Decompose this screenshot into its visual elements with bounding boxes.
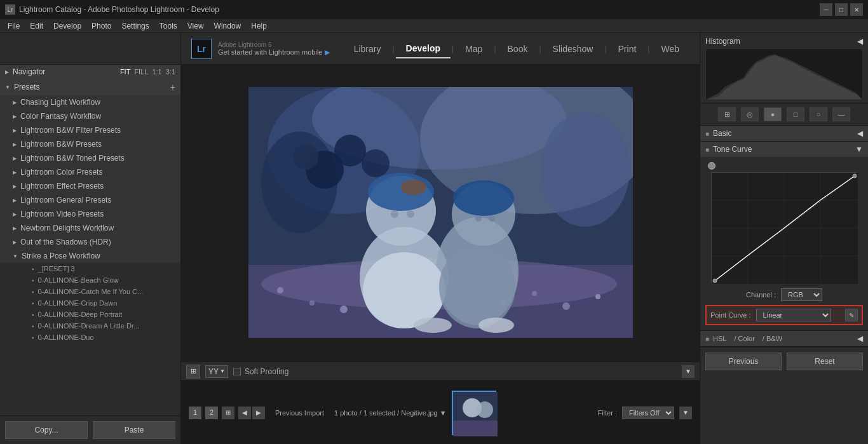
menu-edit[interactable]: Edit bbox=[25, 20, 48, 32]
menu-view[interactable]: View bbox=[182, 20, 209, 32]
curve-canvas-area[interactable] bbox=[711, 172, 857, 283]
preset-group-header-bw-filter[interactable]: ▶ Lightroom B&W Filter Presets bbox=[0, 123, 180, 137]
presets-add-icon[interactable]: + bbox=[170, 82, 175, 92]
point-curve-select[interactable]: Linear Medium Contrast Strong Contrast bbox=[756, 309, 831, 321]
preset-group-header-chasing-light[interactable]: ▶ Chasing Light Workflow bbox=[0, 95, 180, 109]
menu-settings[interactable]: Settings bbox=[116, 20, 154, 32]
filmstrip-page1[interactable]: 1 bbox=[189, 407, 201, 419]
right-tool-radial[interactable]: ○ bbox=[810, 107, 827, 121]
soft-proofing-check[interactable] bbox=[233, 368, 241, 375]
previous-button[interactable]: Previous bbox=[705, 353, 782, 370]
basic-header[interactable]: ■ Basic ◀ bbox=[700, 126, 868, 141]
filmstrip-thumbnail[interactable] bbox=[452, 391, 496, 435]
sort-control[interactable]: YY ▼ bbox=[205, 365, 228, 378]
curve-edit-button[interactable]: ✎ bbox=[845, 309, 858, 321]
histogram-collapse-icon[interactable]: ◀ bbox=[857, 37, 863, 46]
menu-tools[interactable]: Tools bbox=[154, 20, 182, 32]
main-photo bbox=[248, 87, 633, 338]
chevron-icon: ▶ bbox=[13, 128, 17, 133]
menu-photo[interactable]: Photo bbox=[86, 20, 116, 32]
paste-button[interactable]: Paste bbox=[93, 421, 175, 439]
preset-group-header-general[interactable]: ▶ Lightroom General Presets bbox=[0, 193, 180, 207]
photo-name-link[interactable]: Negitive.jpg bbox=[401, 409, 437, 417]
image-viewer bbox=[181, 65, 700, 361]
basic-collapse-icon[interactable]: ◀ bbox=[857, 129, 863, 138]
right-tool-adjustment[interactable]: — bbox=[832, 107, 850, 121]
nav-library[interactable]: Library bbox=[344, 40, 391, 58]
point-curve-row: Point Curve : Linear Medium Contrast Str… bbox=[705, 305, 863, 325]
next-arrow-icon[interactable]: ▶ bbox=[252, 407, 265, 419]
preset-group-header-bw-toned[interactable]: ▶ Lightroom B&W Toned Presets bbox=[0, 151, 180, 165]
hsl-collapse-icon[interactable]: ◀ bbox=[857, 334, 863, 343]
filter-expand-icon[interactable]: ▼ bbox=[679, 407, 692, 419]
filmstrip: 1 2 ⊞ ◀ ▶ Previous Import 1 photo / 1 se… bbox=[181, 380, 700, 444]
filmstrip-page2[interactable]: 2 bbox=[205, 407, 218, 419]
svg-point-49 bbox=[713, 279, 717, 283]
nav-fill[interactable]: FILL bbox=[134, 68, 148, 76]
prev-reset-row: Previous Reset bbox=[700, 347, 868, 375]
prev-arrow-icon[interactable]: ◀ bbox=[238, 407, 251, 419]
filmstrip-grid-view[interactable]: ⊞ bbox=[222, 407, 234, 419]
nav-fit[interactable]: FIT bbox=[120, 68, 131, 76]
nav-book[interactable]: Book bbox=[498, 40, 538, 58]
preset-item-catch-me[interactable]: ▪0-ALLINONE-Catch Me If You C... bbox=[0, 286, 180, 297]
nav-3-1[interactable]: 3:1 bbox=[166, 68, 175, 76]
tone-curve-header[interactable]: ■ Tone Curve ▼ bbox=[700, 142, 868, 157]
preset-group-header-bw[interactable]: ▶ Lightroom B&W Presets bbox=[0, 137, 180, 151]
preset-group-header-shadows[interactable]: ▶ Out of the Shadows (HDR) bbox=[0, 235, 180, 249]
crop-tool-icon[interactable]: ⊞ bbox=[186, 365, 200, 379]
preset-group-header-video[interactable]: ▶ Lightroom Video Presets bbox=[0, 207, 180, 221]
filter-select[interactable]: Filters Off bbox=[622, 407, 674, 419]
nav-map[interactable]: Map bbox=[455, 40, 492, 58]
menu-bar: File Edit Develop Photo Settings Tools V… bbox=[0, 19, 868, 33]
right-tool-crop[interactable]: □ bbox=[787, 107, 804, 121]
sort-dropdown-icon[interactable]: ▼ bbox=[220, 368, 225, 374]
photo-dropdown-icon[interactable]: ▼ bbox=[440, 409, 447, 417]
preset-group-header-strike-pose[interactable]: ▼ Strike a Pose Workflow bbox=[0, 249, 180, 263]
tone-curve-point-icon bbox=[705, 162, 863, 170]
toolbar-expand[interactable]: ▼ bbox=[682, 365, 695, 378]
tone-curve-collapse-icon[interactable]: ▼ bbox=[855, 145, 863, 154]
nav-web[interactable]: Web bbox=[651, 40, 689, 58]
copy-button[interactable]: Copy... bbox=[5, 421, 88, 439]
preset-group-bw-filter: ▶ Lightroom B&W Filter Presets bbox=[0, 123, 180, 137]
preset-item-dream[interactable]: ▪0-ALLINONE-Dream A Little Dr... bbox=[0, 320, 180, 332]
hsl-header[interactable]: ■ HSL / Color / B&W ◀ bbox=[700, 331, 868, 346]
preset-group-header-effect[interactable]: ▶ Lightroom Effect Presets bbox=[0, 179, 180, 193]
channel-select[interactable]: RGB Red Green Blue bbox=[781, 288, 822, 301]
hsl-tab-color[interactable]: / Color bbox=[734, 335, 754, 342]
preset-group-shadows: ▶ Out of the Shadows (HDR) bbox=[0, 235, 180, 249]
nav-1-1[interactable]: 1:1 bbox=[152, 68, 161, 76]
hsl-tab-hsl[interactable]: HSL bbox=[713, 335, 726, 342]
navigator-section[interactable]: ▶ Navigator FIT FILL 1:1 3:1 bbox=[0, 65, 180, 79]
preset-group-header-color-fantasy[interactable]: ▶ Color Fantasy Workflow bbox=[0, 109, 180, 123]
preset-item-crisp-dawn[interactable]: ▪0-ALLINONE-Crisp Dawn bbox=[0, 297, 180, 309]
menu-develop[interactable]: Develop bbox=[48, 20, 86, 32]
nav-develop[interactable]: Develop bbox=[396, 39, 451, 58]
menu-file[interactable]: File bbox=[3, 20, 25, 32]
right-tool-grid[interactable]: ⊞ bbox=[718, 107, 736, 121]
menu-window[interactable]: Window bbox=[209, 20, 247, 32]
maximize-button[interactable]: □ bbox=[835, 3, 848, 16]
center-area: Lr Adobe Lightroom 6 Get started with Li… bbox=[181, 33, 700, 444]
presets-header[interactable]: ▼ Presets + bbox=[0, 79, 180, 95]
window-controls[interactable]: ─ □ ✕ bbox=[820, 3, 863, 16]
close-button[interactable]: ✕ bbox=[850, 3, 863, 16]
hsl-tab-bw[interactable]: / B&W bbox=[763, 335, 782, 342]
minimize-button[interactable]: ─ bbox=[820, 3, 832, 16]
right-tool-redeye[interactable]: ● bbox=[764, 107, 782, 121]
preset-item-beach-glow[interactable]: ▪0-ALLINONE-Beach Glow bbox=[0, 274, 180, 286]
preset-group-label: Lightroom B&W Presets bbox=[20, 140, 102, 149]
soft-proofing-checkbox[interactable]: Soft Proofing bbox=[233, 367, 288, 376]
histogram-chart bbox=[706, 49, 862, 100]
reset-button[interactable]: Reset bbox=[787, 353, 863, 370]
preset-group-header-color[interactable]: ▶ Lightroom Color Presets bbox=[0, 165, 180, 179]
menu-help[interactable]: Help bbox=[246, 20, 272, 32]
preset-item-duo[interactable]: ▪0-ALLINONE-Duo bbox=[0, 332, 180, 343]
preset-group-header-newborn[interactable]: ▶ Newborn Delights Workflow bbox=[0, 221, 180, 235]
right-tool-spot[interactable]: ◎ bbox=[741, 107, 759, 121]
nav-print[interactable]: Print bbox=[608, 40, 647, 58]
preset-item-deep-portrait[interactable]: ▪0-ALLINONE-Deep Portrait bbox=[0, 309, 180, 320]
nav-slideshow[interactable]: Slideshow bbox=[543, 40, 604, 58]
preset-item-reset3[interactable]: ▪_[RESET] 3 bbox=[0, 263, 180, 274]
